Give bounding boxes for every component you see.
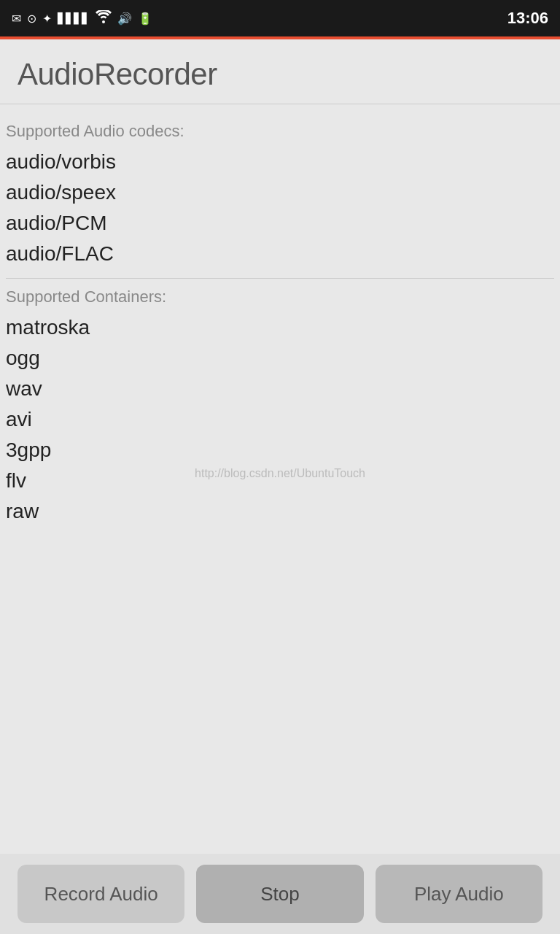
status-time: 13:06 [508, 9, 548, 28]
bottom-bar: Record Audio Stop Play Audio [0, 854, 560, 934]
list-item: audio/FLAC [6, 239, 554, 269]
list-item: audio/PCM [6, 208, 554, 239]
list-item: wav [6, 374, 554, 404]
battery-icon: 🔋 [138, 12, 152, 26]
list-item: matroska [6, 312, 554, 343]
list-item: avi [6, 404, 554, 435]
bluetooth-icon: ✦ [42, 12, 52, 26]
location-icon: ⊙ [27, 12, 36, 26]
divider [6, 278, 554, 279]
play-audio-button[interactable]: Play Audio [376, 865, 542, 923]
status-bar: ✉ ⊙ ✦ ▋▋▋▋ 🔊 🔋 13:06 [0, 0, 560, 36]
status-icons: ✉ ⊙ ✦ ▋▋▋▋ 🔊 🔋 [12, 10, 499, 26]
container-list: matroska ogg wav avi 3gpp flv raw [6, 312, 554, 527]
watermark: http://blog.csdn.net/UbuntuTouch [195, 467, 365, 480]
codec-list: audio/vorbis audio/speex audio/PCM audio… [6, 147, 554, 269]
title-bar: AudioRecorder [0, 39, 560, 104]
codecs-label: Supported Audio codecs: [6, 122, 554, 141]
signal-icon: ▋▋▋▋ [58, 12, 90, 24]
list-item: ogg [6, 343, 554, 374]
record-audio-button[interactable]: Record Audio [18, 865, 184, 923]
list-item: audio/vorbis [6, 147, 554, 177]
mail-icon: ✉ [12, 12, 21, 26]
wifi-icon [96, 10, 112, 26]
containers-label: Supported Containers: [6, 287, 554, 306]
list-item: raw [6, 496, 554, 527]
list-item: 3gpp [6, 435, 554, 466]
stop-button[interactable]: Stop [196, 865, 363, 923]
volume-icon: 🔊 [117, 12, 132, 26]
app-title: AudioRecorder [18, 57, 542, 92]
list-item: audio/speex [6, 177, 554, 208]
